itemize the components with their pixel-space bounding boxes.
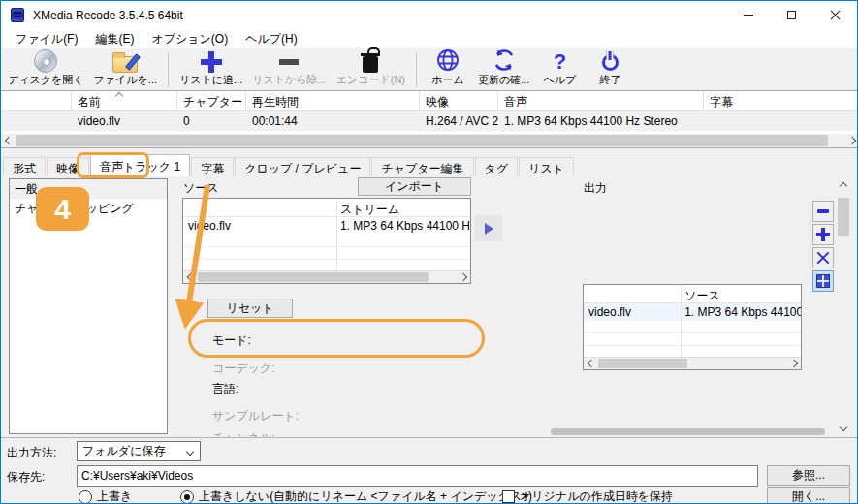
language-label: 言語: [212, 381, 238, 397]
menu-file[interactable]: ファイル(F) [7, 29, 86, 49]
add-track-button[interactable] [812, 224, 834, 245]
tab-format[interactable]: 形式 [3, 157, 46, 176]
scroll-thumb[interactable] [838, 198, 849, 236]
scroll-left-icon[interactable] [584, 358, 598, 369]
clear-track-button[interactable] [812, 247, 834, 268]
scroll-left-icon[interactable] [1, 134, 16, 147]
scroll-right-icon[interactable] [844, 134, 858, 147]
keep-date-option[interactable]: オリジナルの作成日時を保持 [502, 488, 673, 504]
menu-edit[interactable]: 編集(E) [86, 29, 143, 49]
panel-vscrollbar[interactable] [836, 178, 851, 434]
menu-help[interactable]: ヘルプ(H) [237, 29, 306, 49]
folder-edit-icon [112, 56, 138, 73]
disc-icon [34, 49, 57, 73]
column-header-video[interactable]: 映像 [420, 91, 498, 110]
scroll-thumb[interactable] [598, 359, 687, 368]
source-table-header: ストリーム [183, 199, 470, 217]
home-button[interactable]: ホーム [423, 49, 473, 90]
output-stream: 1. MP3 64 Kbps 44100 Hz Stereo [680, 303, 801, 321]
grid-icon [816, 274, 830, 288]
help-button[interactable]: ? ヘルプ [534, 49, 585, 90]
toolbar-separator [168, 52, 169, 87]
radio-checked-icon [180, 490, 194, 504]
file-chapters: 0 [177, 111, 246, 131]
globe-icon [435, 47, 461, 73]
tab-audio-track-1[interactable]: 音声トラック 1 [90, 154, 190, 176]
column-header-name[interactable]: 名前 [72, 91, 177, 110]
tab-strip: 形式 映像 音声トラック 1 字幕 クロップ / プレビュー チャプター編集 タ… [3, 156, 575, 176]
remove-track-button[interactable] [812, 201, 834, 222]
tab-list[interactable]: リスト [519, 157, 574, 176]
window-controls [726, 1, 857, 29]
chevron-down-icon [186, 448, 194, 456]
output-table: ソース video.flv 1. MP3 64 Kbps 44100 Hz St… [583, 284, 802, 370]
minus-icon [279, 59, 299, 65]
browse-button[interactable]: 参照... [767, 465, 850, 486]
minimize-icon [744, 15, 753, 16]
transfer-stream-button[interactable] [475, 215, 502, 241]
scroll-right-icon[interactable] [786, 358, 801, 369]
minus-icon [817, 209, 829, 213]
destination-input[interactable] [77, 465, 758, 487]
file-row[interactable]: video.flv 0 00:01:44 H.264 / AVC 23.98 H… [1, 111, 858, 131]
power-icon [602, 54, 619, 71]
scroll-left-icon[interactable] [183, 271, 198, 283]
stream-column-header[interactable]: ストリーム [335, 199, 470, 216]
refresh-icon [492, 47, 517, 73]
matrix-button[interactable] [812, 270, 834, 292]
scroll-up-icon[interactable] [836, 178, 851, 193]
file-list-hscrollbar[interactable] [1, 134, 858, 147]
output-method-label: 出力方法: [7, 445, 56, 461]
scroll-thumb[interactable] [198, 272, 429, 282]
no-overwrite-option[interactable]: 上書きしない(自動的にリネーム <ファイル名 + インデックス>) [180, 488, 532, 504]
output-method-select[interactable]: フォルダに保存 [77, 441, 201, 461]
open-disc-button[interactable]: ディスクを開く [3, 49, 89, 90]
output-row[interactable]: video.flv 1. MP3 64 Kbps 44100 Hz Stereo [584, 303, 801, 321]
encoder-icon [363, 56, 378, 73]
add-to-list-button[interactable]: リストに追... [175, 49, 247, 90]
import-button[interactable]: インポート [358, 177, 471, 196]
section-general[interactable]: 一般 [10, 179, 167, 199]
remove-from-list-button: リストから除... [247, 49, 331, 90]
maximize-button[interactable] [770, 1, 813, 29]
tab-tag[interactable]: タグ [475, 157, 519, 176]
destination-label: 保存先: [7, 469, 45, 486]
column-header-duration[interactable]: 再生時間 [246, 91, 420, 110]
minimize-button[interactable] [726, 1, 770, 29]
scroll-thumb[interactable] [16, 135, 828, 146]
column-header-subtitle[interactable]: 字幕 [704, 91, 857, 110]
reset-button[interactable]: リセット [207, 299, 293, 318]
column-header-chapter[interactable]: チャプター [177, 91, 246, 110]
output-label: 出力 [584, 180, 607, 197]
tab-crop-preview[interactable]: クロップ / プレビュー [235, 157, 370, 176]
file-audio: 1. MP3 64 Kbps 44100 Hz Stereo [498, 111, 704, 131]
app-window: XMedia Recode 3.5.4.5 64bit ファイル(F) 編集(E… [0, 0, 858, 504]
tab-subtitle[interactable]: 字幕 [191, 157, 234, 176]
menu-options[interactable]: オプション(O) [143, 29, 237, 49]
overwrite-option[interactable]: 上書き [79, 488, 132, 504]
samplerate-label: サンプルレート: [212, 408, 299, 425]
tab-video[interactable]: 映像 [47, 157, 89, 176]
radio-unchecked-icon [79, 490, 92, 504]
source-column-header[interactable]: ソース [680, 285, 801, 302]
column-header-blank[interactable] [1, 91, 72, 110]
audio-section-list: 一般 チャンネルマッピング [9, 178, 168, 434]
partial-scrollbar[interactable] [551, 428, 825, 435]
close-button[interactable] [813, 1, 857, 29]
source-hscrollbar[interactable] [183, 270, 470, 283]
open-file-button[interactable]: ファイルを... [89, 49, 162, 90]
scroll-right-icon[interactable] [456, 271, 470, 283]
output-hscrollbar[interactable] [584, 357, 801, 369]
arrow-right-icon [485, 223, 493, 235]
scroll-down-icon[interactable] [836, 420, 851, 434]
column-header-audio[interactable]: 音声 [498, 91, 704, 110]
check-update-button[interactable]: 更新の確... [473, 49, 534, 90]
codec-label: コーデック: [212, 361, 274, 377]
source-row[interactable]: video.flv 1. MP3 64 Kbps 44100 Hz Stereo [183, 217, 470, 235]
exit-button[interactable]: 終了 [585, 49, 635, 90]
file-subtitle [704, 111, 857, 131]
output-file: video.flv [584, 303, 680, 321]
open-folder-button[interactable]: 開く... [767, 487, 850, 504]
tab-chapter-edit[interactable]: チャプター編集 [371, 157, 473, 176]
section-channel-mapping[interactable]: チャンネルマッピング [10, 199, 167, 218]
